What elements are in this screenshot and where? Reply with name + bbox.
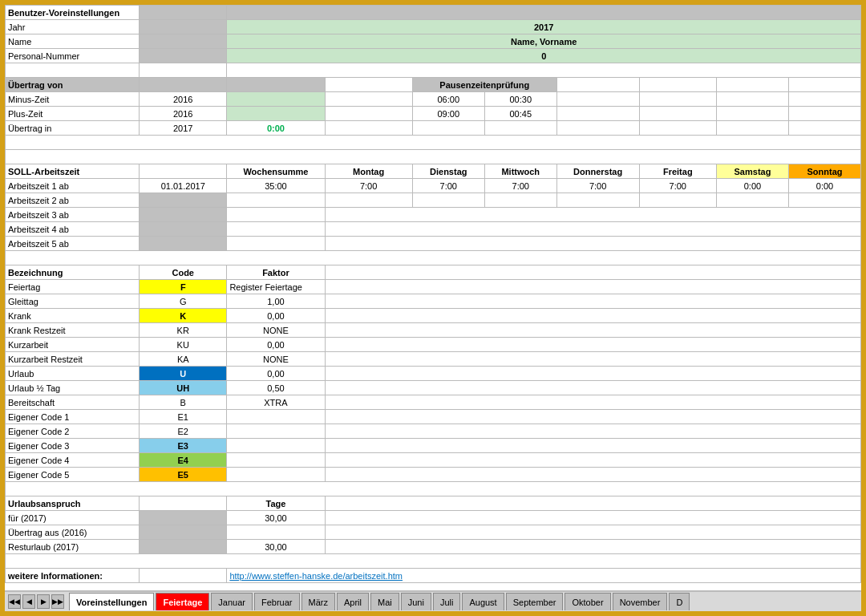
table-row: Name Name, Vorname [6,34,861,49]
cell-e2-a: Eigener Code 2 [6,424,140,439]
table-row: Gleittag G 1,00 [6,294,861,309]
cell-c7[interactable] [227,92,325,107]
tab-november[interactable]: November [613,593,668,610]
tab-nav-first[interactable]: ◀◀ [8,594,21,609]
cell-ber-c: XTRA [227,395,325,410]
cell-ka-a: Kurzarbeit Restzeit [6,352,140,367]
cell-e1-b: E1 [140,410,227,424]
cell-arb2-d[interactable] [325,193,412,208]
tab-voreinstellungen[interactable]: Voreinstellungen [69,593,154,610]
cell-j7 [788,92,860,107]
table-row: Personal-Nummer 0 [6,49,861,63]
cell-fei-c: Register Feiertage [227,280,325,294]
cell-ur1-d [325,511,861,525]
cell-url-b: U [140,367,227,381]
cell-arb2-j[interactable] [788,193,860,208]
cell-arb2-i[interactable] [716,193,788,208]
cell-arb1-h[interactable]: 7:00 [639,179,716,193]
cell-arb1-j[interactable]: 0:00 [788,179,860,193]
cell-arb4-c[interactable] [227,222,325,237]
tab-mai[interactable]: Mai [370,593,399,610]
tab-januar[interactable]: Januar [211,593,253,610]
cell-e5-a: Eigener Code 5 [6,468,140,482]
cell-e2-b: E2 [140,424,227,439]
cell-ur1-c[interactable]: 30,00 [227,511,325,525]
cell-f8[interactable]: 00:45 [484,107,556,121]
cell-e4-b: E4 [140,453,227,468]
cell-e7[interactable]: 06:00 [412,92,484,107]
cell-arb2-e[interactable] [412,193,484,208]
tab-juli[interactable]: Juli [433,593,461,610]
table-row: Arbeitszeit 5 ab [6,237,861,251]
cell-arb1-e[interactable]: 7:00 [412,179,484,193]
cell-arb1-d[interactable]: 7:00 [325,179,412,193]
cell-soll-e: Dienstag [412,164,484,179]
cell-ur2-d [325,525,861,540]
cell-e1-c[interactable] [227,410,325,424]
tab-d[interactable]: D [669,593,690,610]
cell-j9 [788,121,860,136]
tab-nav-prev[interactable]: ◀ [22,594,35,609]
cell-arb3-c[interactable] [227,208,325,222]
table-row: Jahr 2017 [6,20,861,34]
cell-b6 [140,78,227,92]
table-row: Eigener Code 2 E2 [6,424,861,439]
cell-soll-f: Mittwoch [484,164,556,179]
cell-urlaubs-a: Urlaubsanspruch [6,496,140,511]
cell-arb2-h[interactable] [639,193,716,208]
cell-arb5-c[interactable] [227,237,325,251]
cell-ur2-c[interactable] [227,525,325,540]
cell-f7[interactable]: 00:30 [484,92,556,107]
cell-c1 [227,6,861,20]
cell-ur1-a: für (2017) [6,511,140,525]
table-row: für (2017) 30,00 [6,511,861,525]
cell-arb4-b [140,222,227,237]
cell-e3-c[interactable] [227,439,325,453]
cell-arb1-g[interactable]: 7:00 [556,179,639,193]
cell-c2[interactable]: 2017 [227,20,861,34]
tab-feiertage[interactable]: Feiertage [156,593,209,610]
cell-e4-c[interactable] [227,453,325,468]
cell-arb1-c[interactable]: 35:00 [227,179,325,193]
cell-url-a: Urlaub [6,367,140,381]
tab-august[interactable]: August [462,593,504,610]
cell-arb1-i[interactable]: 0:00 [716,179,788,193]
cell-c4[interactable]: 0 [227,49,861,63]
tab-oktober[interactable]: Oktober [565,593,610,610]
cell-e8[interactable]: 09:00 [412,107,484,121]
cell-arb2-c[interactable] [227,193,325,208]
table-row: weitere Informationen: http://www.steffe… [6,569,861,583]
cell-urlh-d [325,381,861,395]
spreadsheet: Benutzer-Voreinstellungen Jahr 2017 Name… [3,3,863,613]
cell-arb2-f[interactable] [484,193,556,208]
tab-februar[interactable]: Februar [254,593,300,610]
cell-url-d [325,367,861,381]
cell-bez-d [325,265,861,280]
cell-info-link[interactable]: http://www.steffen-hanske.de/arbeitszeit… [227,569,861,583]
cell-e5-c[interactable] [227,468,325,482]
tab-nav-last[interactable]: ▶▶ [51,594,64,609]
cell-info-a: weitere Informationen: [6,569,140,583]
cell-url-c: 0,00 [227,367,325,381]
cell-c8[interactable] [227,107,325,121]
table-row: Eigener Code 1 E1 [6,410,861,424]
cell-arb1-f[interactable]: 7:00 [484,179,556,193]
cell-i6 [716,78,788,92]
table-row: Krank K 0,00 [6,309,861,323]
cell-c9[interactable]: 0:00 [227,121,325,136]
table-row: Übertrag in 2017 0:00 [6,121,861,136]
tab-juni[interactable]: Juni [401,593,431,610]
cell-r10 [6,136,861,150]
cell-e2-c[interactable] [227,424,325,439]
cell-c6 [227,78,325,92]
cell-c3[interactable]: Name, Vorname [227,34,861,49]
cell-ur1-b [140,511,227,525]
tab-märz[interactable]: März [301,593,335,610]
table-row: SOLL-Arbeitszeit Wochensumme Montag Dien… [6,164,861,179]
cell-ur3-c[interactable]: 30,00 [227,540,325,554]
tab-september[interactable]: September [506,593,564,610]
cell-arb3-b [140,208,227,222]
cell-arb2-g[interactable] [556,193,639,208]
tab-nav-next[interactable]: ▶ [37,594,50,609]
tab-april[interactable]: April [337,593,369,610]
